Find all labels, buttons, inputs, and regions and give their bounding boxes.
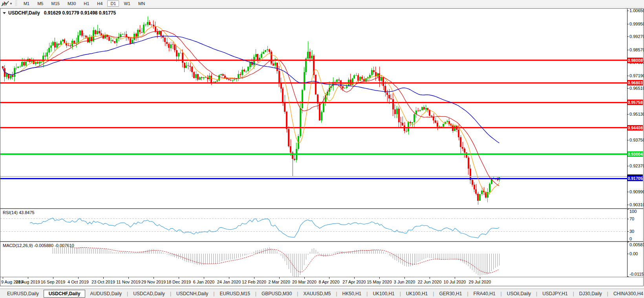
toolbar-grip[interactable]: [15, 1, 17, 6]
time-axis: 9 Aug 201928 Aug 201916 Sep 20194 Oct 20…: [0, 277, 627, 286]
chart-tab-audusd-daily[interactable]: AUDUSD,Daily: [85, 290, 126, 298]
chart-tab-usdcnh-daily[interactable]: USDCNH,Daily: [172, 290, 213, 298]
timeframe-button-w1[interactable]: W1: [121, 0, 134, 7]
chart-tab-hk50-h1[interactable]: HK50,H1: [338, 290, 366, 298]
chart-tab-usdjpy-h1[interactable]: USDJPY,H1: [538, 290, 572, 298]
chart-tab-china300-h4[interactable]: CHINA300,H4: [609, 290, 644, 298]
main-chart-panel[interactable]: USDCHF,Daily 0.91629 0.91779 0.91498 0.9…: [0, 9, 627, 208]
chart-tab-dj30-daily[interactable]: DJ30,Daily: [574, 290, 607, 298]
chart-window: USDCHF,Daily 0.91629 0.91779 0.91498 0.9…: [0, 8, 644, 286]
chart-tab-xauusd-m5[interactable]: XAUUSD,M5: [298, 290, 335, 298]
time-tick-mark: [154, 277, 154, 279]
price-tick-mark: [628, 11, 629, 11]
time-axis-label: 4 Oct 2019: [68, 280, 89, 284]
rsi-tick-label: 30: [629, 229, 634, 234]
macd-tick-label: 0.005818: [629, 242, 644, 247]
timeframe-button-m1[interactable]: M1: [20, 0, 33, 7]
macd-axis: 0.0058180.00-0.011514: [627, 242, 643, 277]
timeframe-button-h4[interactable]: H4: [94, 0, 106, 7]
price-tick-label: 0.90310: [629, 202, 644, 207]
rsi-canvas[interactable]: [0, 209, 627, 241]
time-axis-label: 27 Apr 2020: [342, 280, 366, 284]
time-tick-mark: [3, 277, 3, 279]
time-axis-corner: [627, 277, 642, 286]
price-tick-label: 0.93750: [629, 138, 644, 142]
macd-tick-label: -0.011514: [629, 272, 644, 276]
macd-panel[interactable]: MACD(12,26,9) -0.005880 -0.007610: [0, 242, 627, 277]
macd-tick-label: 0.00: [629, 251, 638, 256]
chart-title: USDCHF,Daily 0.91629 0.91779 0.91498 0.9…: [3, 10, 116, 16]
time-tick-mark: [103, 277, 104, 279]
time-tick-mark: [430, 277, 430, 279]
rsi-label: RSI(14) 43.8475: [3, 210, 35, 215]
time-axis-label: 12 Feb 2020: [242, 280, 266, 284]
macd-label: MACD(12,26,9) -0.005880 -0.007610: [3, 243, 74, 248]
time-tick-mark: [254, 277, 254, 279]
price-tick-label: 0.92370: [629, 164, 644, 168]
timeframe-button-group: M1M5M15M30H1H4D1W1MN: [20, 0, 149, 7]
chart-tool-dropdown-icon[interactable]: ▼: [9, 2, 13, 5]
price-tick-mark: [628, 76, 629, 76]
price-tick-label: 0.99270: [629, 34, 644, 39]
time-tick-mark: [480, 277, 480, 279]
price-line-badge: 0.93004: [628, 151, 643, 157]
timeframe-button-m15[interactable]: M15: [48, 0, 62, 7]
rsi-panel[interactable]: RSI(14) 43.8475: [0, 209, 627, 241]
time-tick-mark: [128, 277, 129, 279]
price-axis: 1.006500.999500.992700.985700.978900.971…: [627, 9, 643, 208]
price-line-badge: 0.98008: [628, 58, 643, 63]
price-tick-mark: [628, 50, 629, 50]
rsi-tick-mark: [628, 231, 629, 232]
timeframe-button-h1[interactable]: H1: [80, 0, 92, 7]
chart-tab-uk100-h1[interactable]: UK100,H1: [401, 290, 432, 298]
chart-tab-fra40-h1[interactable]: FRA40,H1: [469, 290, 500, 298]
time-tick-mark: [229, 277, 229, 279]
price-tick-label: 0.96510: [629, 86, 644, 91]
price-tick-mark: [628, 192, 629, 192]
chart-tab-eurusd-m15[interactable]: EURUSD,M15: [215, 290, 254, 298]
time-axis-label: 28 Aug 2019: [16, 280, 40, 284]
candlestick-canvas[interactable]: [0, 9, 627, 208]
rsi-tick-label: 0: [629, 236, 632, 241]
macd-tick-mark: [628, 254, 629, 254]
rsi-tick-mark: [628, 219, 629, 219]
price-tick-mark: [628, 166, 629, 166]
price-line-badge: 0.95758: [628, 100, 643, 105]
timeframe-button-mn[interactable]: MN: [135, 0, 148, 7]
rsi-tick-label: 70: [629, 216, 634, 221]
chart-tab-gbpusd-m30[interactable]: GBPUSD,M30: [257, 290, 296, 298]
chart-symbol-period: USDCHF,Daily: [8, 10, 40, 16]
time-tick-mark: [78, 277, 79, 279]
chart-title-dropdown-icon[interactable]: [3, 12, 6, 14]
chart-tab-usoil-daily[interactable]: USOil,Daily: [502, 290, 536, 298]
chart-tab-eurusd-daily[interactable]: EURUSD,Daily: [2, 290, 44, 298]
top-toolbar: ▼ M1M5M15M30H1H4D1W1MN: [0, 0, 644, 7]
chart-tab-usdchf-daily[interactable]: USDCHF,Daily: [44, 290, 86, 298]
time-tick-mark: [53, 277, 53, 279]
timeframe-button-m5[interactable]: M5: [34, 0, 46, 7]
macd-tick-mark: [628, 242, 629, 242]
time-axis-label: 10 Jul 2020: [444, 280, 466, 284]
price-tick-label: 0.99950: [629, 22, 644, 26]
chart-cursor-icon[interactable]: [1, 1, 9, 6]
time-axis-label: 22 Jun 2020: [418, 280, 442, 284]
price-line-badge: 0.96803: [628, 80, 643, 85]
timeframe-button-d1[interactable]: D1: [107, 0, 119, 7]
price-tick-mark: [628, 205, 629, 205]
macd-canvas[interactable]: [0, 242, 627, 277]
time-tick-mark: [455, 277, 455, 279]
price-tick-mark: [628, 36, 629, 37]
timeframe-button-m30[interactable]: M30: [64, 0, 79, 7]
time-axis-label: 29 Jul 2020: [469, 280, 491, 284]
price-tick-label: 0.98570: [629, 47, 644, 52]
time-tick-mark: [354, 277, 355, 279]
chart-tab-usdcad-daily[interactable]: USDCAD,Daily: [128, 290, 170, 298]
rsi-tick-mark: [628, 209, 629, 209]
chart-tab-uk100-h1[interactable]: UK100,H1: [368, 290, 399, 298]
time-axis-label: 11 Nov 2019: [116, 280, 141, 284]
chart-tab-ger30-h1[interactable]: GER30,H1: [434, 290, 467, 298]
price-line-badge: 0.94408: [628, 125, 643, 131]
time-axis-label: 18 Dec 2019: [166, 280, 191, 284]
time-axis-label: 29 Nov 2019: [141, 280, 166, 284]
time-tick-mark: [28, 277, 28, 279]
